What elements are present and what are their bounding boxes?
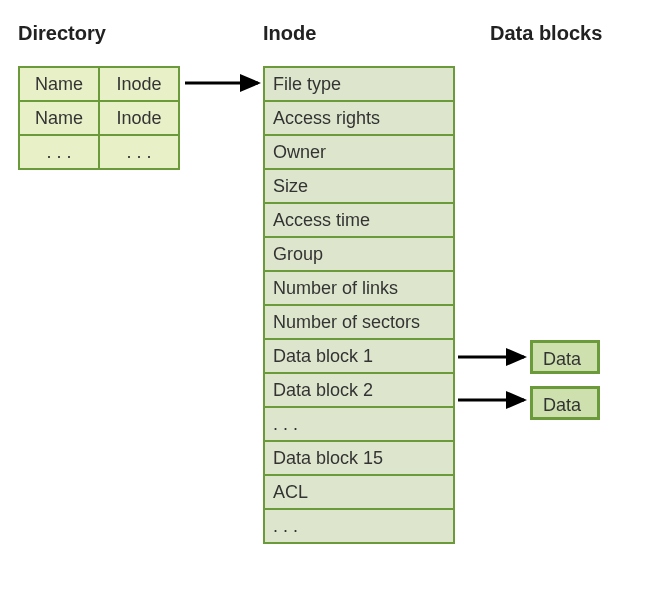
inode-field: Access time <box>264 203 454 237</box>
table-row: Number of links <box>264 271 454 305</box>
inode-field: Size <box>264 169 454 203</box>
table-row: . . . <box>264 407 454 441</box>
table-row: Name Inode <box>19 67 179 101</box>
table-row: ACL <box>264 475 454 509</box>
table-row: Data block 2 <box>264 373 454 407</box>
directory-name-cell: Name <box>19 67 99 101</box>
inode-field: ACL <box>264 475 454 509</box>
table-row: Access rights <box>264 101 454 135</box>
data-block-box: Data <box>530 386 600 420</box>
inode-field: Data block 15 <box>264 441 454 475</box>
inode-field: . . . <box>264 509 454 543</box>
inode-heading: Inode <box>263 22 316 45</box>
datablocks-heading: Data blocks <box>490 22 602 45</box>
inode-field: . . . <box>264 407 454 441</box>
table-row: Owner <box>264 135 454 169</box>
inode-table: File type Access rights Owner Size Acces… <box>263 66 455 544</box>
inode-field: Number of sectors <box>264 305 454 339</box>
inode-field: Owner <box>264 135 454 169</box>
inode-field: Data block 2 <box>264 373 454 407</box>
inode-field: Group <box>264 237 454 271</box>
directory-inode-cell: Inode <box>99 101 179 135</box>
table-row: Access time <box>264 203 454 237</box>
data-block-box: Data <box>530 340 600 374</box>
directory-name-cell: . . . <box>19 135 99 169</box>
table-row: Data block 1 <box>264 339 454 373</box>
table-row: Group <box>264 237 454 271</box>
table-row: Size <box>264 169 454 203</box>
table-row: . . . . . . <box>19 135 179 169</box>
directory-inode-cell: Inode <box>99 67 179 101</box>
directory-name-cell: Name <box>19 101 99 135</box>
table-row: Number of sectors <box>264 305 454 339</box>
table-row: File type <box>264 67 454 101</box>
inode-field: Access rights <box>264 101 454 135</box>
table-row: . . . <box>264 509 454 543</box>
inode-field: Data block 1 <box>264 339 454 373</box>
directory-heading: Directory <box>18 22 106 45</box>
directory-inode-cell: . . . <box>99 135 179 169</box>
inode-field: File type <box>264 67 454 101</box>
table-row: Data block 15 <box>264 441 454 475</box>
inode-field: Number of links <box>264 271 454 305</box>
directory-table: Name Inode Name Inode . . . . . . <box>18 66 180 170</box>
table-row: Name Inode <box>19 101 179 135</box>
